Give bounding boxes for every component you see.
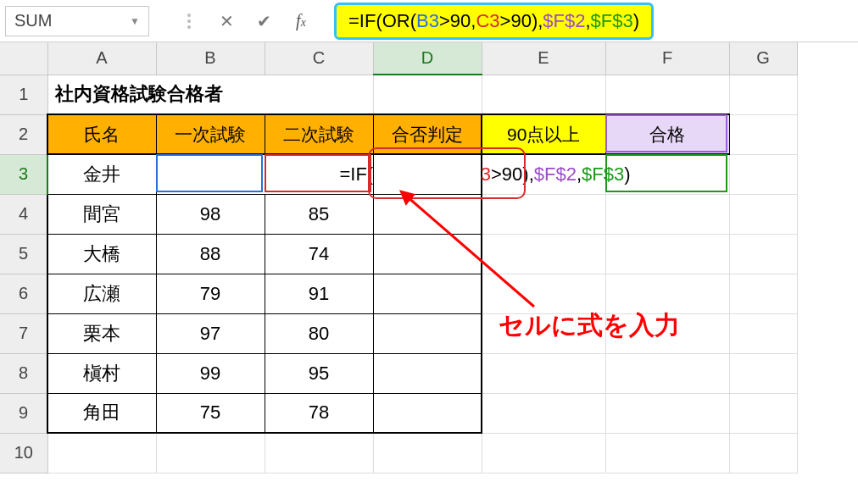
cell-f1[interactable] <box>605 75 729 114</box>
row-header[interactable]: 3 <box>0 154 47 194</box>
row-header[interactable]: 8 <box>0 353 47 393</box>
table-cell[interactable] <box>373 234 482 274</box>
cell[interactable] <box>605 274 729 313</box>
cell[interactable] <box>729 194 797 234</box>
cell-d1[interactable] <box>373 75 482 114</box>
cell-g2[interactable] <box>729 114 797 154</box>
col-header-a[interactable]: A <box>47 42 156 75</box>
active-cell[interactable] <box>373 154 482 194</box>
cell[interactable] <box>482 433 605 473</box>
cell[interactable] <box>729 393 797 433</box>
cell[interactable] <box>482 234 605 274</box>
cell[interactable] <box>729 274 797 313</box>
col-header-g[interactable]: G <box>729 42 797 75</box>
cell-f3[interactable] <box>605 154 729 194</box>
grid-table: A B C D E F G 1 社内資格試験合格者 2 氏名 一次試験 二次試験… <box>0 42 798 474</box>
col-header-c[interactable]: C <box>265 42 373 75</box>
cell[interactable] <box>265 433 373 473</box>
row-header[interactable]: 1 <box>0 75 47 114</box>
header-e2[interactable]: 90点以上 <box>482 114 605 154</box>
table-cell[interactable]: 91 <box>265 274 373 313</box>
cell[interactable] <box>482 353 605 393</box>
table-cell[interactable]: 間宮 <box>47 194 156 234</box>
spreadsheet-grid[interactable]: A B C D E F G 1 社内資格試験合格者 2 氏名 一次試験 二次試験… <box>0 42 858 474</box>
col-header-f[interactable]: F <box>605 42 729 75</box>
row-header[interactable]: 10 <box>0 433 47 473</box>
cell[interactable] <box>482 274 605 313</box>
table-cell[interactable]: 97 <box>156 313 265 353</box>
cell-e3[interactable] <box>482 154 605 194</box>
header-name[interactable]: 氏名 <box>47 114 156 154</box>
col-header-d[interactable]: D <box>373 42 482 75</box>
table-cell[interactable]: 大橋 <box>47 234 156 274</box>
name-box[interactable]: SUM ▼ <box>5 6 149 36</box>
table-cell[interactable]: 角田 <box>47 393 156 433</box>
cancel-icon[interactable]: ✕ <box>217 11 236 31</box>
cell[interactable] <box>605 393 729 433</box>
cell[interactable] <box>605 433 729 473</box>
table-cell[interactable]: 75 <box>156 393 265 433</box>
menu-dots-icon[interactable] <box>180 14 198 29</box>
cell[interactable] <box>482 393 605 433</box>
table-cell[interactable]: 金井 <box>47 154 156 194</box>
cell-g3[interactable] <box>729 154 797 194</box>
table-cell[interactable]: =IF(OR(B3>90,C3>90),$F$2,$F$3) <box>156 154 373 194</box>
col-header-e[interactable]: E <box>482 42 605 75</box>
select-all-corner[interactable] <box>0 42 47 75</box>
table-cell[interactable]: 88 <box>156 234 265 274</box>
confirm-icon[interactable]: ✔ <box>254 11 273 31</box>
row-header[interactable]: 7 <box>0 313 47 353</box>
table-cell[interactable]: 80 <box>265 313 373 353</box>
table-cell[interactable] <box>373 274 482 313</box>
cell[interactable] <box>605 353 729 393</box>
sheet-title[interactable]: 社内資格試験合格者 <box>47 75 373 114</box>
header-exam1[interactable]: 一次試験 <box>156 114 265 154</box>
header-exam2[interactable]: 二次試験 <box>265 114 373 154</box>
name-box-value: SUM <box>14 11 52 30</box>
cell-g1[interactable] <box>729 75 797 114</box>
row-header[interactable]: 9 <box>0 393 47 433</box>
header-result[interactable]: 合否判定 <box>373 114 482 154</box>
row-header[interactable]: 6 <box>0 274 47 313</box>
cell[interactable] <box>729 313 797 353</box>
row-header[interactable]: 2 <box>0 114 47 154</box>
formula-bar-input[interactable]: =IF(OR(B3>90,C3>90),$F$2,$F$3) <box>334 3 654 40</box>
cell[interactable] <box>605 194 729 234</box>
cell[interactable] <box>729 353 797 393</box>
table-cell[interactable]: 78 <box>265 393 373 433</box>
table-cell[interactable]: 広瀬 <box>47 274 156 313</box>
cell[interactable] <box>373 433 482 473</box>
chevron-down-icon[interactable]: ▼ <box>130 15 140 27</box>
table-cell[interactable] <box>373 313 482 353</box>
row-header[interactable]: 5 <box>0 234 47 274</box>
table-cell[interactable] <box>373 393 482 433</box>
table-cell[interactable]: 95 <box>265 353 373 393</box>
fx-icon[interactable]: fx <box>292 11 310 30</box>
cell[interactable] <box>47 433 156 473</box>
cell[interactable] <box>482 194 605 234</box>
formula-bar-buttons: ✕ ✔ fx <box>149 11 326 31</box>
table-cell[interactable]: 79 <box>156 274 265 313</box>
formula-bar-row: SUM ▼ ✕ ✔ fx =IF(OR(B3>90,C3>90),$F$2,$F… <box>0 0 858 42</box>
col-header-b[interactable]: B <box>156 42 265 75</box>
cell[interactable] <box>156 433 265 473</box>
cell[interactable] <box>605 234 729 274</box>
cell[interactable] <box>729 234 797 274</box>
table-cell[interactable]: 栗本 <box>47 313 156 353</box>
cell[interactable] <box>729 433 797 473</box>
header-f2[interactable]: 合格 <box>605 114 729 154</box>
annotation-text: セルに式を入力 <box>499 308 680 343</box>
cell-e1[interactable] <box>482 75 605 114</box>
table-cell[interactable]: 99 <box>156 353 265 393</box>
table-cell[interactable]: 槇村 <box>47 353 156 393</box>
row-header[interactable]: 4 <box>0 194 47 234</box>
table-cell[interactable]: 98 <box>156 194 265 234</box>
table-cell[interactable]: 74 <box>265 234 373 274</box>
table-cell[interactable]: 85 <box>265 194 373 234</box>
table-cell[interactable] <box>373 194 482 234</box>
table-cell[interactable] <box>373 353 482 393</box>
